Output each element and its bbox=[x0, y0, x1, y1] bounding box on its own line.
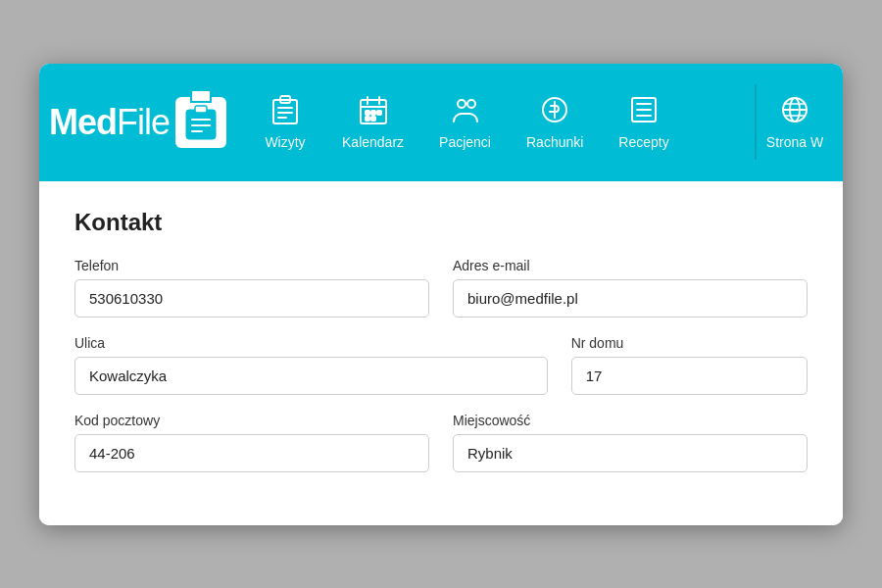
form-group-email: Adres e-mail bbox=[453, 258, 808, 318]
svg-rect-1 bbox=[195, 106, 207, 113]
form-group-telefon: Telefon bbox=[74, 258, 429, 318]
telefon-label: Telefon bbox=[74, 258, 429, 273]
navbar: MedFile bbox=[39, 64, 843, 181]
calendar-icon bbox=[358, 94, 389, 130]
nav-label-recepty: Recepty bbox=[618, 134, 668, 150]
form-row-1: Telefon Adres e-mail bbox=[74, 258, 808, 318]
nav-label-pacjenci: Pacjenci bbox=[439, 134, 491, 150]
logo-file: File bbox=[117, 102, 170, 142]
kod-input[interactable] bbox=[74, 434, 429, 472]
nrdomu-label: Nr domu bbox=[571, 335, 808, 351]
svg-rect-15 bbox=[371, 111, 375, 115]
svg-rect-18 bbox=[371, 117, 375, 121]
email-label: Adres e-mail bbox=[453, 258, 808, 273]
list-icon bbox=[628, 94, 660, 130]
nav-label-wizyty: Wizyty bbox=[265, 134, 305, 150]
nav-item-kalendarz[interactable]: Kalendarz bbox=[324, 84, 421, 160]
form-group-nrdomu: Nr domu bbox=[571, 335, 808, 395]
form-row-3: Kod pocztowy Miejscowość bbox=[74, 413, 808, 472]
nav-label-rachunki: Rachunki bbox=[526, 134, 583, 150]
logo-area: MedFile bbox=[49, 97, 226, 148]
svg-rect-16 bbox=[377, 111, 381, 115]
ulica-label: Ulica bbox=[74, 335, 548, 351]
contact-form: Kontakt Telefon Adres e-mail Ulica Nr do… bbox=[39, 181, 843, 525]
app-window: MedFile bbox=[39, 64, 843, 525]
form-group-ulica: Ulica bbox=[74, 335, 548, 395]
nav-item-strona[interactable]: Strona W bbox=[755, 84, 833, 160]
dollar-icon bbox=[539, 94, 570, 130]
users-icon bbox=[450, 94, 481, 130]
miejscowosc-label: Miejscowość bbox=[453, 413, 808, 428]
nav-item-pacjenci[interactable]: Pacjenci bbox=[421, 84, 509, 160]
clipboard-icon bbox=[270, 94, 301, 130]
telefon-input[interactable] bbox=[74, 279, 429, 318]
nrdomu-input[interactable] bbox=[571, 357, 808, 395]
logo-icon bbox=[175, 97, 226, 148]
nav-label-kalendarz: Kalendarz bbox=[342, 134, 404, 150]
svg-point-19 bbox=[458, 100, 466, 108]
svg-rect-14 bbox=[366, 111, 369, 115]
form-group-kod: Kod pocztowy bbox=[74, 413, 429, 472]
nav-item-recepty[interactable]: Recepty bbox=[601, 84, 686, 160]
ulica-input[interactable] bbox=[74, 357, 548, 395]
nav-label-strona: Strona W bbox=[766, 134, 823, 150]
logo-text: MedFile bbox=[49, 105, 170, 140]
svg-rect-17 bbox=[366, 117, 369, 121]
nav-item-rachunki[interactable]: Rachunki bbox=[509, 84, 601, 160]
nav-items: Wizyty Kalend bbox=[246, 84, 833, 160]
email-input[interactable] bbox=[453, 279, 808, 318]
svg-point-20 bbox=[467, 100, 475, 108]
miejscowosc-input[interactable] bbox=[453, 434, 808, 472]
kod-label: Kod pocztowy bbox=[74, 413, 429, 428]
form-row-2: Ulica Nr domu bbox=[74, 335, 808, 395]
logo-med: Med bbox=[49, 102, 117, 142]
page-title: Kontakt bbox=[74, 209, 808, 236]
form-group-miejscowosc: Miejscowość bbox=[453, 413, 808, 472]
globe-icon bbox=[779, 94, 810, 130]
nav-item-wizyty[interactable]: Wizyty bbox=[246, 84, 324, 160]
